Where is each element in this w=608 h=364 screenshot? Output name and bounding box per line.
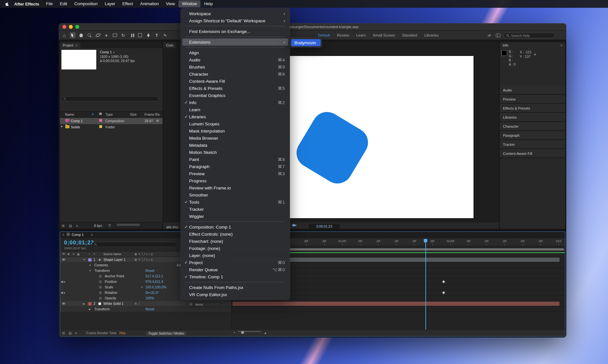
eye-icon[interactable] [62,302,66,305]
menubar-item[interactable]: Animation [136,0,162,7]
property-value[interactable]: Reset [145,268,154,273]
menu-item[interactable]: Lumetri Scopes [182,120,288,127]
tool-icon[interactable] [145,32,151,38]
menu-item[interactable]: Paint ⌘8 [182,156,288,163]
menu-item[interactable]: Audio ⌘4 [182,56,288,63]
timeline-row[interactable]: ▶ Transform Reset [60,306,231,312]
menu-item[interactable]: Find Extensions on Exchange... [182,28,288,35]
collapsed-panel-tab[interactable]: Effects & Presets [500,104,565,113]
project-row[interactable]: ▶ Solids Folder [60,124,163,130]
menu-item[interactable]: Extensions › [182,38,288,46]
apple-logo-icon[interactable] [5,2,9,6]
menu-item[interactable]: ✓ Tools ⌘1 [182,198,288,206]
property-value[interactable]: 100.0,100.0% [145,284,166,290]
new-folder-icon[interactable]: ▤ [69,224,72,228]
menubar-item[interactable]: View [162,0,178,7]
color-depth-button[interactable]: 8 bpc [94,224,102,228]
property-value[interactable]: 517.4,112.1 [145,273,163,279]
menu-item[interactable]: Review with Frame.io [182,184,288,191]
number-column-icon[interactable]: # [93,252,95,256]
menu-item[interactable]: Character ⌘6 [182,70,288,78]
row-name[interactable]: Rotation [105,290,117,295]
collapsed-panel-tab[interactable]: Paragraph [500,131,565,140]
menu-item[interactable]: Wiggler [182,213,288,220]
property-value[interactable]: 0x+31.0° [145,290,159,295]
composition-frame[interactable] [289,56,474,218]
menu-item[interactable]: Learn [182,106,288,113]
menubar-item[interactable]: Layer [101,0,119,7]
row-name[interactable]: Anchor Point [105,273,124,279]
menu-item[interactable]: Content-Aware Fill [182,78,288,85]
stopwatch-icon[interactable]: ⊙ [99,279,101,284]
menu-item[interactable]: ✓ Composition: Comp 1 [182,223,288,230]
layer-switches[interactable]: ◉☀╲fx▪◎ [134,257,154,262]
twirl-icon[interactable]: ▼ [89,268,91,273]
column-framerate[interactable]: Frame Ra [144,112,160,116]
timeline-search[interactable] [92,242,176,247]
tool-icon[interactable] [154,32,160,38]
twirl-icon[interactable]: ▼ [83,257,85,262]
menu-item[interactable]: Tracker [182,206,288,213]
collapsed-panel-tab[interactable]: Preview [500,95,565,104]
row-name[interactable]: Shape Layer 1 [103,257,125,262]
panel-menu-icon[interactable]: ≡ [560,42,562,48]
menu-item[interactable]: Create Nulls From Paths.jsx [182,284,288,291]
current-timecode[interactable]: 0;00;01;23 [64,240,94,246]
menu-item[interactable]: Media Browser [182,134,288,142]
solo-column-icon[interactable]: ● [73,252,74,256]
label-column-icon[interactable] [99,112,102,115]
timeline-footer-icon-1[interactable]: ⊞ [62,331,65,335]
label-color-chip[interactable] [99,119,102,122]
preview-timecode[interactable]: 0;00;01;23 [309,224,340,229]
property-value[interactable]: 979.4,611.4 [145,279,163,284]
window-titlebar[interactable]: /Users/jonathanburger/Documents/rounded-… [59,23,566,31]
source-name-column[interactable]: Source Name [103,252,121,256]
collapsed-panel-tab[interactable]: Character [500,122,565,131]
menu-item[interactable]: Essential Graphics [182,92,288,99]
label-column-icon[interactable]: ▪ [89,252,90,256]
current-time-indicator[interactable] [425,242,426,329]
menubar-item[interactable]: Edit [56,0,70,7]
menu-item[interactable]: Metadata [182,142,288,149]
project-columns-header[interactable]: Name ▲ Type Size Frame Ra [60,111,163,117]
keyframe-diamond[interactable] [442,280,445,284]
sort-asc-icon[interactable]: ▲ [91,112,94,115]
menu-item[interactable] [186,37,285,37]
timeline-footer-icon-2[interactable]: ▤ [69,331,72,335]
collapsed-panel-tab[interactable]: Audio [500,86,565,95]
interpret-footage-icon[interactable]: ⊞ [62,224,65,228]
tool-icon[interactable] [129,32,134,38]
tool-icon[interactable] [137,32,143,38]
tool-icon[interactable] [103,32,109,38]
project-search[interactable] [61,96,159,101]
zoom-slider-thumb[interactable] [241,331,244,334]
keyframe-navigator[interactable]: ◀◆▶ [61,290,64,295]
row-name[interactable]: White Solid 1 [103,301,123,306]
menu-item[interactable]: ✓ Info ⌘2 [182,99,288,106]
row-name[interactable]: Transform [94,306,110,312]
app-menu-title[interactable]: After Effects [11,2,42,6]
row-name[interactable]: Position [105,279,117,284]
item-name[interactable]: Solids [71,125,80,129]
menu-item[interactable]: Render Queue ⌥⌘0 [182,266,288,273]
menu-item[interactable]: ✓ Timeline: Comp 1 [182,273,288,280]
tool-icon[interactable] [120,32,126,38]
tool-icon[interactable] [87,32,92,38]
tool-icon[interactable] [78,32,84,38]
more-workspaces-icon[interactable]: » [487,33,490,38]
menubar-item[interactable]: File [42,0,56,7]
stopwatch-icon[interactable]: ⊙ [99,284,101,290]
help-search[interactable] [504,33,555,38]
layer-color-chip[interactable] [88,258,91,262]
workspace-tab[interactable]: Review [337,33,349,37]
label-color-chip[interactable] [99,125,102,128]
menu-item[interactable]: Assign Shortcut to “Default” Workspace › [182,17,288,24]
snapshot-camera-icon[interactable] [292,224,296,227]
workspace-tab[interactable]: Libraries [424,33,439,37]
menu-item[interactable]: Align [182,49,288,56]
horizontal-scrollbar[interactable] [117,224,140,226]
workspace-tab[interactable]: Default [318,33,330,37]
tool-icon[interactable] [70,32,76,38]
column-type[interactable]: Type [105,112,113,116]
menu-item[interactable]: ✓ Project ⌘0 [182,259,288,266]
